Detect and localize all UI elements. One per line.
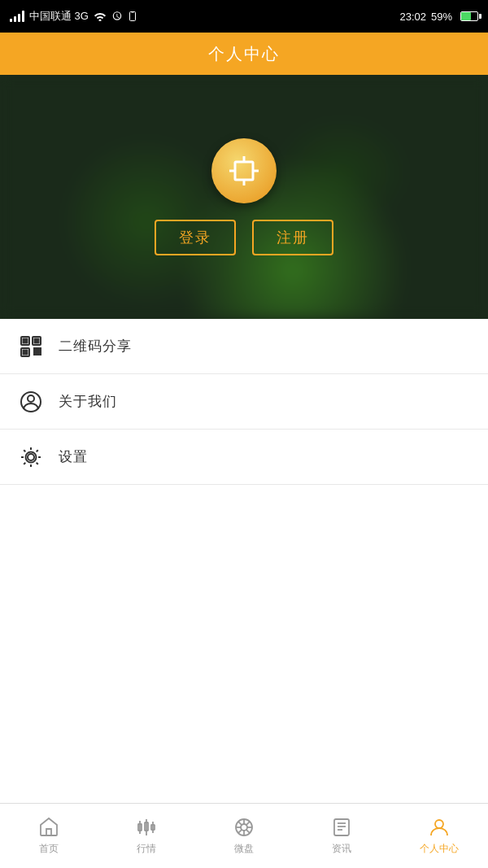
- signal-icon: [10, 11, 24, 22]
- svg-rect-21: [39, 353, 41, 355]
- svg-rect-1: [131, 13, 133, 14]
- tab-weidisk-label: 微盘: [234, 842, 254, 856]
- status-right: 23:02 59%: [399, 11, 478, 23]
- hero-buttons: 登录 注册: [155, 220, 333, 255]
- battery-icon: [460, 11, 478, 21]
- svg-rect-17: [37, 351, 38, 352]
- menu-label-qrcode: 二维码分享: [59, 337, 132, 355]
- svg-rect-11: [35, 338, 39, 342]
- svg-rect-14: [37, 348, 38, 350]
- menu-item-settings[interactable]: 设置: [0, 430, 488, 485]
- svg-point-46: [435, 820, 443, 828]
- home-icon: [37, 816, 60, 839]
- weidisk-icon: [233, 816, 255, 839]
- svg-point-24: [28, 454, 34, 460]
- tab-news-label: 资讯: [332, 842, 351, 856]
- qrcode-icon: [16, 332, 46, 361]
- login-button[interactable]: 登录: [155, 220, 236, 255]
- tab-bar: 首页 行情: [0, 803, 488, 868]
- top-nav: 个人中心: [0, 33, 488, 75]
- menu-label-settings: 设置: [59, 447, 88, 466]
- register-button[interactable]: 注册: [252, 220, 333, 255]
- gear-icon: [16, 443, 46, 472]
- profile-icon: [428, 816, 451, 839]
- svg-point-33: [241, 824, 247, 831]
- menu-list: 二维码分享 关于我们 设置: [0, 319, 488, 485]
- svg-rect-2: [235, 162, 253, 180]
- candlestick-icon: [224, 150, 264, 191]
- market-icon: [135, 816, 158, 839]
- phone-icon: [128, 11, 137, 22]
- time-label: 23:02: [399, 11, 426, 23]
- menu-item-about[interactable]: 关于我们: [0, 374, 488, 430]
- tab-home[interactable]: 首页: [0, 804, 98, 868]
- wifi-icon: [94, 11, 107, 21]
- menu-label-about: 关于我们: [59, 392, 117, 411]
- svg-rect-18: [34, 353, 36, 355]
- svg-rect-10: [24, 338, 28, 342]
- page-title: 个人中心: [208, 43, 280, 65]
- tab-profile-label: 个人中心: [420, 842, 459, 856]
- svg-line-38: [238, 822, 242, 825]
- app-logo: [211, 138, 277, 203]
- svg-line-41: [238, 830, 242, 833]
- svg-rect-19: [37, 353, 38, 355]
- tab-weidisk[interactable]: 微盘: [195, 804, 293, 868]
- svg-line-40: [246, 822, 250, 825]
- svg-line-39: [246, 830, 250, 833]
- user-circle-icon: [16, 387, 46, 417]
- svg-rect-42: [334, 819, 349, 835]
- alarm-icon: [111, 11, 123, 22]
- battery-percentage: 59%: [431, 11, 452, 23]
- svg-rect-0: [129, 12, 135, 21]
- svg-rect-13: [34, 348, 36, 350]
- svg-point-23: [28, 395, 34, 402]
- svg-rect-12: [24, 350, 28, 354]
- svg-rect-16: [34, 351, 36, 352]
- menu-item-qrcode[interactable]: 二维码分享: [0, 319, 488, 374]
- tab-home-label: 首页: [39, 842, 59, 856]
- tab-market-label: 行情: [137, 842, 156, 856]
- svg-rect-15: [39, 348, 41, 350]
- svg-rect-20: [39, 351, 41, 352]
- tab-news[interactable]: 资讯: [293, 804, 390, 868]
- carrier-label: 中国联通 3G: [29, 9, 89, 24]
- tab-market[interactable]: 行情: [98, 804, 195, 868]
- tab-profile[interactable]: 个人中心: [390, 804, 488, 868]
- news-icon: [330, 816, 353, 839]
- hero-banner: 登录 注册: [0, 75, 488, 319]
- status-bar: 中国联通 3G 23:02 59%: [0, 0, 488, 33]
- status-left: 中国联通 3G: [10, 9, 137, 24]
